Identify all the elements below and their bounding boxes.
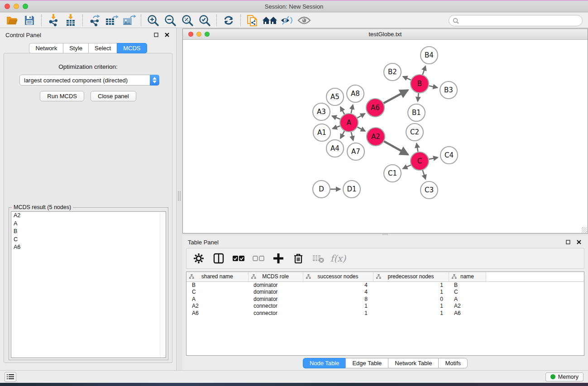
cell[interactable]: 8 xyxy=(303,295,373,303)
tab-network[interactable]: Network xyxy=(29,43,63,53)
import-table-icon[interactable] xyxy=(62,14,79,27)
import-network-icon[interactable] xyxy=(45,14,62,27)
table-close-panel-icon[interactable] xyxy=(575,238,583,246)
cell[interactable]: 1 xyxy=(303,310,373,317)
mcds-result-list[interactable]: A2ABCA6 xyxy=(11,211,166,358)
cell[interactable]: 1 xyxy=(303,303,373,310)
result-scrollbar[interactable] xyxy=(160,212,166,357)
edge-A-A2[interactable] xyxy=(358,127,365,131)
cell[interactable]: A6 xyxy=(186,310,248,317)
edge-C-C4[interactable] xyxy=(429,157,438,159)
close-panel-button[interactable]: Close panel xyxy=(91,91,136,101)
run-mcds-button[interactable]: Run MCDS xyxy=(40,91,84,101)
open-file-icon[interactable] xyxy=(4,14,21,27)
float-panel-icon[interactable] xyxy=(153,31,160,38)
cell[interactable]: 0 xyxy=(373,295,449,303)
result-item[interactable]: A2 xyxy=(11,212,166,220)
edge-C-C3[interactable] xyxy=(423,170,426,179)
show-columns-icon[interactable] xyxy=(211,251,226,266)
zoom-selected-icon[interactable] xyxy=(196,14,213,27)
zoom-fit-icon[interactable] xyxy=(179,14,196,27)
network-canvas[interactable]: B4B2BB3A5A8A6A3B1AA1A2C2A4A7C4CC1DD1C3 xyxy=(183,40,588,233)
result-item[interactable]: A xyxy=(11,220,166,228)
table-row[interactable]: Adominator80A xyxy=(186,295,584,303)
clone-network-icon[interactable] xyxy=(244,14,261,27)
table-row[interactable]: Bdominator41B xyxy=(186,281,584,289)
cell[interactable]: A2 xyxy=(186,303,248,310)
function-builder-icon[interactable]: f(x) xyxy=(330,251,346,266)
edge-A2-C[interactable] xyxy=(384,141,408,155)
export-table-icon[interactable] xyxy=(103,14,120,27)
cell[interactable]: C xyxy=(186,289,248,296)
tab-network-table[interactable]: Network Table xyxy=(388,358,438,368)
select-all-checks-icon[interactable] xyxy=(231,251,246,266)
close-panel-icon[interactable] xyxy=(163,31,171,38)
cell[interactable]: dominator xyxy=(248,281,303,289)
window-resize-grip[interactable] xyxy=(582,227,587,233)
cell[interactable]: dominator xyxy=(248,295,303,303)
network-graph[interactable]: B4B2BB3A5A8A6A3B1AA1A2C2A4A7C4CC1DD1C3 xyxy=(183,40,588,233)
cell[interactable]: A2 xyxy=(449,303,486,310)
cell[interactable]: 1 xyxy=(373,281,449,289)
result-item[interactable]: C xyxy=(11,236,166,244)
cell[interactable]: B xyxy=(449,281,486,289)
panel-splitter-handle[interactable] xyxy=(178,191,181,201)
edge-A-A4[interactable] xyxy=(340,131,344,138)
task-history-button[interactable] xyxy=(5,372,16,382)
column-header-MCDS-role[interactable]: MCDS role xyxy=(248,272,303,281)
hide-details-icon[interactable] xyxy=(278,14,296,27)
edge-A-A3[interactable] xyxy=(332,116,340,119)
edge-A-A7[interactable] xyxy=(351,132,353,140)
edge-A-A1[interactable] xyxy=(333,126,340,129)
edge-B-B1[interactable] xyxy=(418,93,419,101)
edge-C-C2[interactable] xyxy=(416,143,418,152)
column-header-successor-nodes[interactable]: successor nodes xyxy=(303,272,373,281)
cell[interactable]: 1 xyxy=(373,310,449,317)
tab-mcds[interactable]: MCDS xyxy=(117,43,147,53)
cell[interactable]: B xyxy=(186,281,248,289)
deselect-all-checks-icon[interactable] xyxy=(251,251,266,266)
delete-column-icon[interactable] xyxy=(291,251,306,266)
column-header-predecessor-nodes[interactable]: predecessor nodes xyxy=(373,272,449,281)
result-item[interactable]: A6 xyxy=(11,243,166,252)
cell[interactable]: connector xyxy=(248,310,303,317)
tab-motifs[interactable]: Motifs xyxy=(438,358,468,368)
tab-node-table[interactable]: Node Table xyxy=(303,358,346,368)
column-header-shared-name[interactable]: shared name xyxy=(186,272,248,281)
table-float-panel-icon[interactable] xyxy=(564,238,572,246)
edge-C-C1[interactable] xyxy=(403,165,411,169)
zoom-in-icon[interactable] xyxy=(144,14,162,27)
cell[interactable]: A6 xyxy=(449,310,486,317)
export-network-icon[interactable] xyxy=(86,14,103,27)
search-input[interactable] xyxy=(461,17,578,24)
table-row[interactable]: Cdominator41C xyxy=(186,289,584,296)
zoom-out-icon[interactable] xyxy=(162,14,179,27)
cell[interactable]: C xyxy=(449,289,486,296)
tab-style[interactable]: Style xyxy=(63,43,88,53)
show-details-icon[interactable] xyxy=(296,14,313,27)
edge-B-B3[interactable] xyxy=(429,86,438,87)
cell[interactable]: 1 xyxy=(373,303,449,310)
add-column-icon[interactable] xyxy=(271,251,286,266)
edge-A-A6[interactable] xyxy=(357,114,365,118)
table-row[interactable]: A6connector11A6 xyxy=(186,310,584,317)
edge-A6-B[interactable] xyxy=(383,90,408,103)
cell[interactable]: dominator xyxy=(248,289,303,296)
result-item[interactable]: B xyxy=(11,228,166,236)
cell[interactable]: A xyxy=(449,295,486,303)
search-field[interactable] xyxy=(449,15,583,26)
cell[interactable]: connector xyxy=(248,303,303,310)
cell[interactable]: 1 xyxy=(373,289,449,296)
network-window-titlebar[interactable]: testGlobe.txt xyxy=(183,29,588,40)
criterion-dropdown[interactable]: largest connected component (directed) xyxy=(19,75,159,86)
edge-A-A5[interactable] xyxy=(340,107,344,114)
delete-table-icon[interactable] xyxy=(311,251,326,266)
export-image-icon[interactable] xyxy=(120,14,138,27)
tab-select[interactable]: Select xyxy=(88,43,117,53)
node-table[interactable]: shared nameMCDS rolesuccessor nodesprede… xyxy=(186,272,584,317)
home-icon[interactable] xyxy=(261,14,278,27)
edge-A-A8[interactable] xyxy=(351,105,353,114)
column-header-name[interactable]: name xyxy=(449,272,486,281)
tab-edge-table[interactable]: Edge Table xyxy=(345,358,388,368)
edge-B-B2[interactable] xyxy=(403,76,411,80)
